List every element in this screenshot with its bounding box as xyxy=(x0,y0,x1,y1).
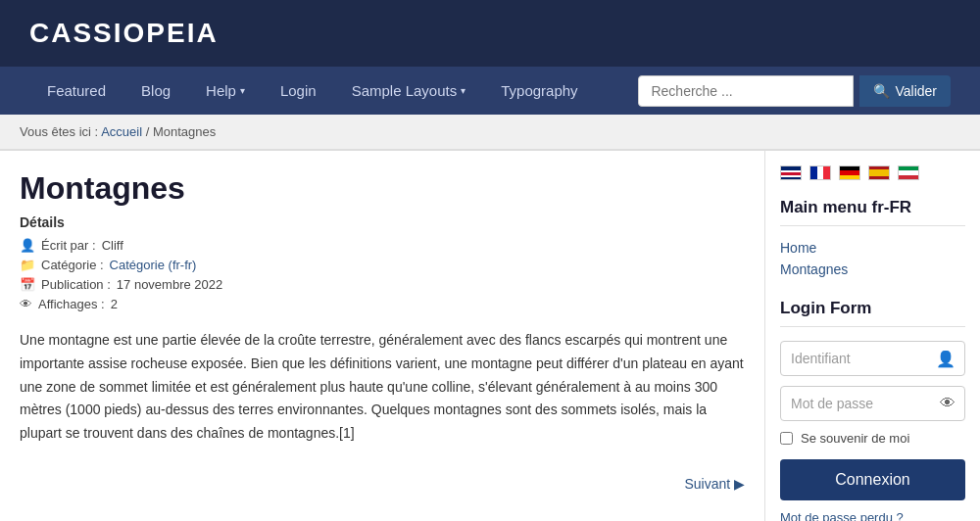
breadcrumb-wrapper: Vous êtes ici : Accueil / Montagnes xyxy=(0,115,980,151)
views-label: Affichages : xyxy=(38,297,105,311)
search-icon: 🔍 xyxy=(873,83,890,99)
eye-icon[interactable]: 👁 xyxy=(940,395,956,412)
search-area: 🔍 Valider xyxy=(638,75,951,107)
next-button[interactable]: Suivant ▶ xyxy=(684,476,745,492)
views-value: 2 xyxy=(111,297,118,311)
search-button[interactable]: 🔍 Valider xyxy=(859,75,951,107)
remember-checkbox[interactable] xyxy=(780,432,793,445)
author-value: Cliff xyxy=(102,238,123,253)
content-wrapper: Montagnes Détails 👤 Écrit par : Cliff 📁 … xyxy=(0,151,980,521)
remember-label: Se souvenir de moi xyxy=(801,431,909,446)
login-form: Login Form 👤 👁 Se souvenir de moi Connex… xyxy=(780,299,965,521)
author-detail: 👤 Écrit par : Cliff xyxy=(20,238,745,253)
category-link[interactable]: Catégorie (fr-fr) xyxy=(110,258,197,272)
main-navbar: Featured Blog Help ▾ Login Sample Layout… xyxy=(0,67,980,115)
breadcrumb-separator: / xyxy=(146,124,153,139)
help-chevron-icon: ▾ xyxy=(240,85,245,96)
views-icon: 👁 xyxy=(20,297,32,311)
site-logo: CASSIOPEIA xyxy=(29,18,951,49)
nav-item-login[interactable]: Login xyxy=(263,67,334,115)
nav-item-help[interactable]: Help ▾ xyxy=(188,67,263,115)
search-input[interactable] xyxy=(638,75,854,107)
date-value: 17 novembre 2022 xyxy=(117,277,222,292)
article-details-label: Détails xyxy=(20,214,745,230)
uk-flag[interactable] xyxy=(780,166,802,180)
user-icon: 👤 xyxy=(936,350,956,368)
password-field-wrap: 👁 xyxy=(780,386,965,421)
sidebar-item-montagnes[interactable]: Montagnes xyxy=(780,261,965,277)
nav-item-sample-layouts[interactable]: Sample Layouts ▾ xyxy=(334,67,484,115)
nav-menu: Featured Blog Help ▾ Login Sample Layout… xyxy=(29,67,596,115)
it-flag[interactable] xyxy=(898,166,919,180)
views-detail: 👁 Affichages : 2 xyxy=(20,297,745,311)
password-input[interactable] xyxy=(780,386,965,421)
remember-me-row: Se souvenir de moi xyxy=(780,431,965,446)
date-detail: 📅 Publication : 17 novembre 2022 xyxy=(20,277,745,292)
sidebar: Main menu fr-FR Home Montagnes Login For… xyxy=(764,151,980,521)
author-icon: 👤 xyxy=(20,238,35,253)
category-detail: 📁 Catégorie : Catégorie (fr-fr) xyxy=(20,258,745,272)
breadcrumb-current: Montagnes xyxy=(153,124,216,139)
language-flags xyxy=(780,166,965,180)
author-label: Écrit par : xyxy=(41,238,96,253)
username-field-wrap: 👤 xyxy=(780,341,965,376)
de-flag[interactable] xyxy=(839,166,860,180)
forgot-password-link[interactable]: Mot de passe perdu ? xyxy=(780,510,965,521)
article-body: Une montagne est une partie élevée de la… xyxy=(20,329,745,446)
category-icon: 📁 xyxy=(20,258,35,272)
breadcrumb-home[interactable]: Accueil xyxy=(101,124,142,139)
site-header: CASSIOPEIA xyxy=(0,0,980,67)
fr-flag[interactable] xyxy=(809,166,831,180)
es-flag[interactable] xyxy=(868,166,890,180)
article-title: Montagnes xyxy=(20,170,745,207)
sidebar-main-menu: Main menu fr-FR Home Montagnes xyxy=(780,198,965,277)
nav-item-blog[interactable]: Blog xyxy=(123,67,188,115)
login-button[interactable]: Connexion xyxy=(780,459,965,500)
breadcrumb: Vous êtes ici : Accueil / Montagnes xyxy=(0,115,980,150)
login-form-title: Login Form xyxy=(780,299,965,327)
date-label: Publication : xyxy=(41,277,111,292)
main-menu-title: Main menu fr-FR xyxy=(780,198,965,226)
nav-item-featured[interactable]: Featured xyxy=(29,67,123,115)
main-content: Montagnes Détails 👤 Écrit par : Cliff 📁 … xyxy=(0,151,764,521)
date-icon: 📅 xyxy=(20,277,35,292)
sidebar-item-home[interactable]: Home xyxy=(780,240,965,256)
sample-layouts-chevron-icon: ▾ xyxy=(461,85,466,96)
category-label: Catégorie : xyxy=(41,258,104,272)
nav-item-typography[interactable]: Typography xyxy=(483,67,595,115)
breadcrumb-prefix: Vous êtes ici : xyxy=(20,124,98,139)
